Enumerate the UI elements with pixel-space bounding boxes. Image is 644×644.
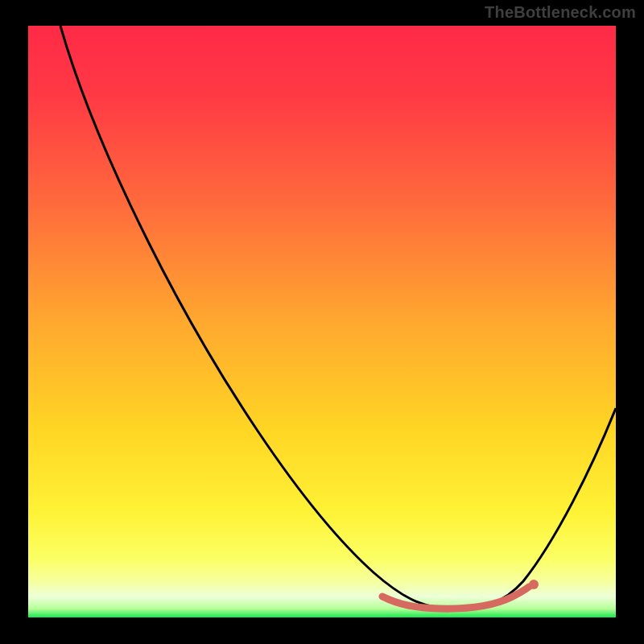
chart-container: TheBottleneck.com [0,0,644,644]
bottleneck-chart [28,26,616,617]
optimal-point-marker [529,580,539,589]
watermark-text: TheBottleneck.com [485,3,636,22]
heatmap-background [28,26,616,617]
